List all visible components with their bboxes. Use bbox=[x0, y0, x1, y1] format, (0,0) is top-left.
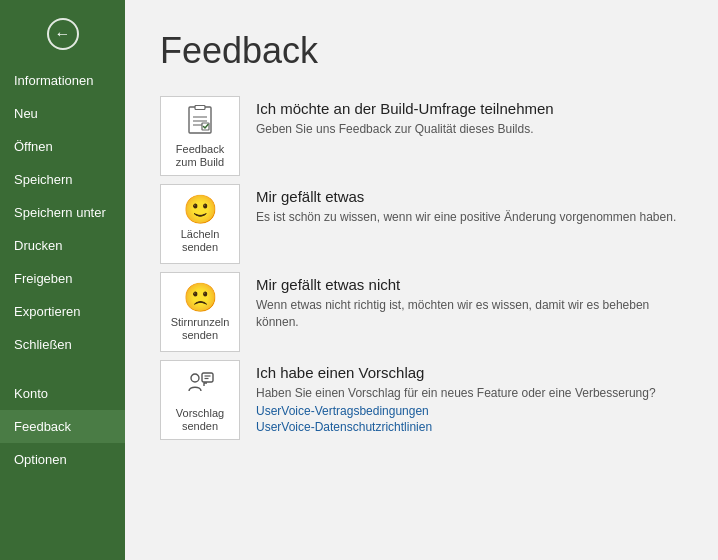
card-text-frown: Mir gefällt etwas nichtWenn etwas nicht … bbox=[256, 272, 678, 331]
card-text-build: Ich möchte an der Build-Umfrage teilnehm… bbox=[256, 96, 554, 138]
suggestion-icon bbox=[185, 369, 215, 403]
sidebar-item-oeffnen[interactable]: Öffnen bbox=[0, 130, 125, 163]
card-icon-box-frown[interactable]: 🙁Stirnrunzeln senden bbox=[160, 272, 240, 352]
card-desc-suggestion: Haben Sie einen Vorschlag für ein neues … bbox=[256, 385, 656, 402]
card-text-smile: Mir gefällt etwasEs ist schön zu wissen,… bbox=[256, 184, 676, 226]
card-icon-label-smile: Lächeln senden bbox=[181, 228, 220, 254]
sidebar-item-speichern[interactable]: Speichern bbox=[0, 163, 125, 196]
card-icon-label-build: Feedback zum Build bbox=[176, 143, 224, 169]
card-desc-smile: Es ist schön zu wissen, wenn wir eine po… bbox=[256, 209, 676, 226]
feedback-cards-list: Feedback zum BuildIch möchte an der Buil… bbox=[160, 96, 678, 440]
card-title-suggestion: Ich habe einen Vorschlag bbox=[256, 364, 656, 381]
svg-point-6 bbox=[191, 374, 199, 382]
card-desc-build: Geben Sie uns Feedback zur Qualität dies… bbox=[256, 121, 554, 138]
feedback-card-suggestion: Vorschlag sendenIch habe einen Vorschlag… bbox=[160, 360, 678, 440]
card-icon-box-suggestion[interactable]: Vorschlag senden bbox=[160, 360, 240, 440]
back-arrow-icon: ← bbox=[55, 25, 71, 43]
card-title-build: Ich möchte an der Build-Umfrage teilnehm… bbox=[256, 100, 554, 117]
svg-rect-7 bbox=[202, 373, 213, 382]
svg-rect-1 bbox=[195, 105, 205, 109]
sidebar-item-speichern-unter[interactable]: Speichern unter bbox=[0, 196, 125, 229]
smile-icon: 🙂 bbox=[183, 196, 218, 224]
card-title-smile: Mir gefällt etwas bbox=[256, 188, 676, 205]
card-link-uservoice-datenschutzrichtlinien[interactable]: UserVoice-Datenschutzrichtlinien bbox=[256, 420, 656, 434]
feedback-card-frown: 🙁Stirnrunzeln sendenMir gefällt etwas ni… bbox=[160, 272, 678, 352]
build-icon bbox=[185, 105, 215, 139]
frown-icon: 🙁 bbox=[183, 284, 218, 312]
sidebar-item-drucken[interactable]: Drucken bbox=[0, 229, 125, 262]
main-content: Feedback Feedback zum BuildIch möchte an… bbox=[125, 0, 718, 560]
card-icon-box-build[interactable]: Feedback zum Build bbox=[160, 96, 240, 176]
sidebar-item-freigeben[interactable]: Freigeben bbox=[0, 262, 125, 295]
back-button[interactable]: ← bbox=[0, 0, 125, 64]
sidebar-item-konto[interactable]: Konto bbox=[0, 377, 125, 410]
card-icon-label-suggestion: Vorschlag senden bbox=[176, 407, 224, 433]
feedback-card-build: Feedback zum BuildIch möchte an der Buil… bbox=[160, 96, 678, 176]
back-circle-icon[interactable]: ← bbox=[47, 18, 79, 50]
sidebar-item-neu[interactable]: Neu bbox=[0, 97, 125, 130]
card-text-suggestion: Ich habe einen VorschlagHaben Sie einen … bbox=[256, 360, 656, 434]
card-desc-frown: Wenn etwas nicht richtig ist, möchten wi… bbox=[256, 297, 678, 331]
sidebar-item-feedback[interactable]: Feedback bbox=[0, 410, 125, 443]
card-title-frown: Mir gefällt etwas nicht bbox=[256, 276, 678, 293]
page-title: Feedback bbox=[160, 30, 678, 72]
feedback-card-smile: 🙂Lächeln sendenMir gefällt etwasEs ist s… bbox=[160, 184, 678, 264]
card-icon-box-smile[interactable]: 🙂Lächeln senden bbox=[160, 184, 240, 264]
card-link-uservoice-vertragsbedingungen[interactable]: UserVoice-Vertragsbedingungen bbox=[256, 404, 656, 418]
sidebar-nav: InformationenNeuÖffnenSpeichernSpeichern… bbox=[0, 64, 125, 560]
sidebar: ← InformationenNeuÖffnenSpeichernSpeiche… bbox=[0, 0, 125, 560]
sidebar-item-informationen[interactable]: Informationen bbox=[0, 64, 125, 97]
sidebar-item-schliessen[interactable]: Schließen bbox=[0, 328, 125, 361]
sidebar-item-exportieren[interactable]: Exportieren bbox=[0, 295, 125, 328]
card-icon-label-frown: Stirnrunzeln senden bbox=[171, 316, 230, 342]
sidebar-item-optionen[interactable]: Optionen bbox=[0, 443, 125, 476]
